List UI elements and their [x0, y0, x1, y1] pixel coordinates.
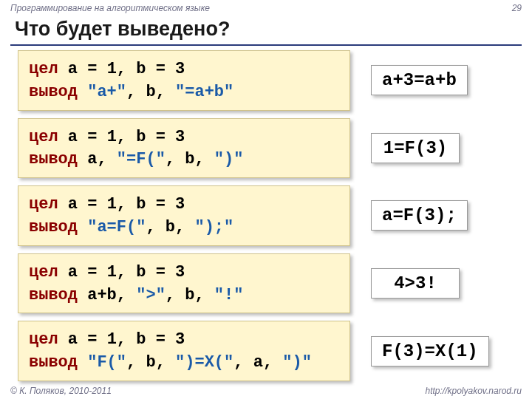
- code-token: ")": [205, 150, 244, 168]
- example-row: цел a = 1, b = 3вывод "F(", b, ")=X(", a…: [18, 321, 514, 381]
- code-token: ">": [126, 286, 166, 304]
- code-token: ,: [117, 286, 126, 304]
- code-token: ,: [126, 83, 136, 101]
- code-token: ,: [263, 353, 273, 372]
- code-token: =: [78, 330, 107, 349]
- code-token: цел: [29, 263, 68, 282]
- code-token: вывод: [29, 286, 87, 304]
- code-token: ,: [117, 195, 126, 214]
- code-token: цел: [29, 60, 68, 78]
- code-token: b: [175, 286, 194, 304]
- code-token: ,: [194, 286, 204, 304]
- code-token: "=F(": [107, 150, 166, 168]
- code-token: a: [68, 330, 78, 349]
- code-line: вывод a, "=F(", b, ")": [29, 149, 339, 171]
- code-token: a+b: [87, 286, 117, 304]
- code-box: цел a = 1, b = 3вывод "a=F(", b, ");": [18, 185, 350, 246]
- code-token: ,: [117, 128, 126, 146]
- code-token: a: [243, 353, 262, 372]
- code-token: =: [78, 60, 107, 78]
- code-token: 3: [175, 60, 185, 78]
- code-token: ")": [273, 353, 312, 372]
- code-box: цел a = 1, b = 3вывод "F(", b, ")=X(", a…: [18, 321, 350, 381]
- code-token: =: [146, 60, 175, 78]
- code-token: ,: [126, 353, 136, 372]
- code-token: ");": [185, 218, 233, 236]
- code-token: ,: [117, 60, 126, 78]
- code-token: цел: [29, 128, 68, 146]
- code-token: ,: [117, 263, 126, 282]
- output-box: a+3=a+b: [371, 65, 468, 95]
- example-row: цел a = 1, b = 3вывод "a=F(", b, ");"a=F…: [18, 185, 514, 246]
- output-box: 4>3!: [371, 268, 460, 299]
- code-token: =: [146, 195, 175, 214]
- code-token: a: [87, 150, 97, 168]
- code-token: =: [78, 195, 107, 214]
- code-token: a: [68, 263, 78, 282]
- code-token: 3: [175, 128, 185, 146]
- code-token: "a=F(": [87, 218, 146, 236]
- code-token: "F(": [87, 353, 126, 372]
- code-token: 1: [107, 128, 117, 146]
- code-token: a: [68, 128, 78, 146]
- header-bar: Программирование на алгоритмическом язык…: [10, 3, 522, 13]
- code-token: ,: [175, 218, 185, 236]
- code-token: "a+": [87, 83, 126, 101]
- code-token: 1: [107, 195, 117, 214]
- code-token: b: [126, 330, 146, 349]
- code-token: b: [156, 218, 175, 236]
- code-token: ,: [97, 150, 106, 168]
- code-line: цел a = 1, b = 3: [29, 126, 339, 149]
- code-token: 3: [175, 263, 185, 282]
- code-token: 1: [107, 60, 117, 78]
- code-line: вывод "a+", b, "=a+b": [29, 81, 339, 104]
- output-box: a=F(3);: [371, 200, 468, 231]
- code-token: цел: [29, 330, 68, 349]
- content-area: цел a = 1, b = 3вывод "a+", b, "=a+b"a+3…: [18, 50, 514, 389]
- code-token: 3: [175, 195, 185, 214]
- code-token: a: [68, 60, 78, 78]
- output-box: 1=F(3): [371, 133, 460, 163]
- code-token: "=a+b": [166, 83, 233, 101]
- copyright: © К. Поляков, 2010-2011: [10, 386, 112, 396]
- code-token: ,: [233, 353, 243, 372]
- code-token: ,: [146, 218, 155, 236]
- code-token: =: [78, 263, 107, 282]
- code-token: b: [136, 353, 155, 372]
- page-number: 29: [512, 3, 522, 13]
- code-token: b: [126, 263, 146, 282]
- code-token: ")=X(": [166, 353, 233, 372]
- code-box: цел a = 1, b = 3вывод a, "=F(", b, ")": [18, 118, 350, 179]
- code-token: ,: [117, 330, 126, 349]
- code-token: вывод: [29, 218, 87, 236]
- code-token: 1: [107, 330, 117, 349]
- code-token: ,: [194, 150, 204, 168]
- code-token: ,: [156, 83, 166, 101]
- code-token: ,: [156, 353, 166, 372]
- code-token: b: [126, 60, 146, 78]
- code-token: a: [68, 195, 78, 214]
- footer-bar: © К. Поляков, 2010-2011 http://kpolyakov…: [10, 386, 522, 396]
- code-box: цел a = 1, b = 3вывод a+b, ">", b, "!": [18, 253, 350, 314]
- code-line: вывод "a=F(", b, ");": [29, 216, 339, 239]
- code-token: =: [146, 263, 175, 282]
- page-title: Что будет выведено?: [15, 18, 230, 41]
- footer-url: http://kpolyakov.narod.ru: [425, 386, 522, 396]
- code-line: цел a = 1, b = 3: [29, 194, 339, 216]
- code-line: вывод a+b, ">", b, "!": [29, 284, 339, 307]
- code-token: =: [146, 128, 175, 146]
- code-token: =: [146, 330, 175, 349]
- code-token: b: [126, 128, 146, 146]
- title-rule: [10, 44, 522, 46]
- code-token: цел: [29, 195, 68, 214]
- code-token: =: [78, 128, 107, 146]
- code-token: b: [126, 195, 146, 214]
- code-line: цел a = 1, b = 3: [29, 329, 339, 352]
- code-token: вывод: [29, 150, 87, 168]
- code-token: ,: [166, 286, 175, 304]
- code-token: "!": [205, 286, 244, 304]
- code-token: вывод: [29, 353, 87, 372]
- code-token: ,: [166, 150, 175, 168]
- code-line: цел a = 1, b = 3: [29, 262, 339, 284]
- code-line: вывод "F(", b, ")=X(", a, ")": [29, 352, 339, 375]
